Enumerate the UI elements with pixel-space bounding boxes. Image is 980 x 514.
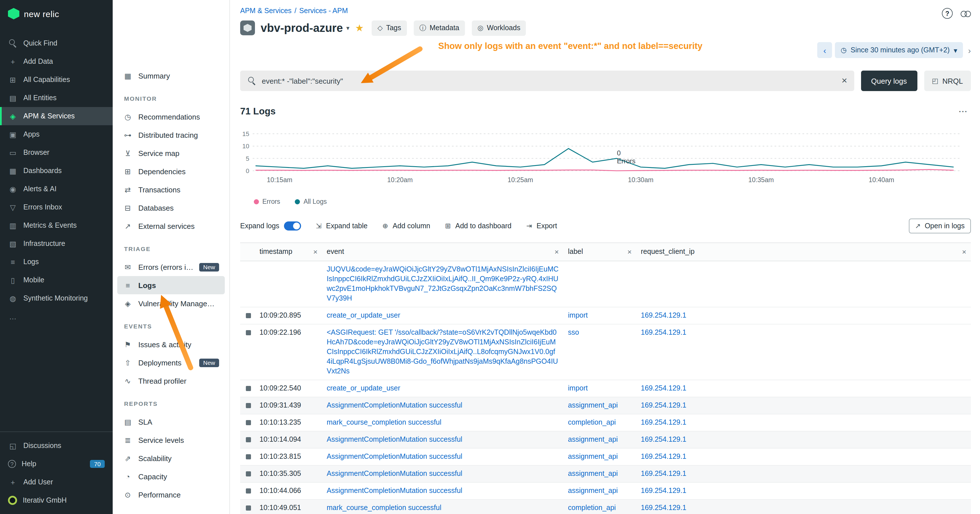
- label-link[interactable]: assignment_api: [568, 401, 618, 409]
- label-link[interactable]: sso: [568, 328, 579, 336]
- chevron-right-icon[interactable]: ›: [968, 45, 971, 55]
- label-link[interactable]: import: [568, 311, 588, 319]
- remove-column-icon[interactable]: ×: [555, 247, 559, 257]
- logs-search-box[interactable]: ×: [240, 71, 854, 91]
- event-link[interactable]: mark_course_completion successful: [327, 419, 441, 426]
- sidebar-item-all-capabilities[interactable]: ⊞All Capabilities: [0, 71, 113, 89]
- table-row[interactable]: JUQVU&code=eyJraWQiOiJjcGltY29yZV8wOTl1M…: [240, 261, 971, 307]
- ip-link[interactable]: 169.254.129.1: [641, 469, 686, 477]
- ip-link[interactable]: 169.254.129.1: [641, 419, 686, 426]
- copy-link-icon[interactable]: [961, 11, 971, 16]
- label-link[interactable]: completion_api: [568, 504, 616, 512]
- event-link[interactable]: mark_course_completion successful: [327, 504, 441, 512]
- sidebar-item-issues-activity[interactable]: ⚑Issues & activity: [117, 335, 225, 353]
- event-link[interactable]: create_or_update_user: [327, 311, 400, 319]
- log-row-handle-icon[interactable]: [245, 489, 251, 493]
- label-link[interactable]: import: [568, 384, 588, 392]
- table-row[interactable]: 10:09:22.540create_or_update_userimport1…: [240, 380, 971, 397]
- open-in-logs-button[interactable]: ↗Open in logs: [909, 219, 971, 233]
- sidebar-item-summary[interactable]: ▦Summary: [117, 67, 225, 85]
- log-row-handle-icon[interactable]: [245, 313, 251, 318]
- sidebar-item-help[interactable]: ?Help70: [0, 455, 113, 473]
- event-link[interactable]: AssignmentCompletionMutation successful: [327, 401, 462, 409]
- log-row-handle-icon[interactable]: [245, 420, 251, 425]
- ip-link[interactable]: 169.254.129.1: [641, 452, 686, 460]
- ip-link[interactable]: 169.254.129.1: [641, 384, 686, 392]
- label-link[interactable]: assignment_api: [568, 452, 618, 460]
- sidebar-item-infrastructure[interactable]: ▧Infrastructure: [0, 234, 113, 253]
- export-button[interactable]: ⇥Export: [526, 222, 557, 230]
- sidebar-item-mobile[interactable]: ▯Mobile: [0, 271, 113, 289]
- breadcrumb-page[interactable]: Services - APM: [299, 7, 348, 15]
- column-header-event[interactable]: event×: [322, 243, 563, 261]
- event-link[interactable]: AssignmentCompletionMutation successful: [327, 436, 462, 443]
- help-circle-icon[interactable]: ?: [942, 8, 953, 19]
- expand-logs-toggle[interactable]: [284, 221, 301, 231]
- new-relic-logo[interactable]: new relic: [0, 0, 113, 19]
- sidebar-item-iterativ-gmbh[interactable]: Iterativ GmbH: [0, 491, 113, 509]
- column-header-timestamp[interactable]: timestamp×: [255, 243, 322, 261]
- sidebar-item-performance[interactable]: ⊙Performance: [117, 485, 225, 504]
- event-link[interactable]: <ASGIRequest: GET '/sso/callback/?state=…: [327, 328, 558, 375]
- event-link[interactable]: AssignmentCompletionMutation successful: [327, 487, 462, 495]
- ip-link[interactable]: 169.254.129.1: [641, 436, 686, 443]
- time-back-button[interactable]: ‹: [817, 42, 832, 58]
- sidebar-item-transactions[interactable]: ⇄Transactions: [117, 180, 225, 199]
- sidebar-item-dashboards[interactable]: ▦Dashboards: [0, 162, 113, 180]
- breadcrumb-section[interactable]: APM & Services: [240, 7, 292, 15]
- sidebar-item-scalability[interactable]: ⇗Scalability: [117, 449, 225, 467]
- sidebar-item-apm-services[interactable]: ◈APM & Services: [0, 107, 113, 125]
- table-row[interactable]: 10:10:14.094AssignmentCompletionMutation…: [240, 431, 971, 449]
- legend-all-logs[interactable]: All Logs: [295, 198, 327, 205]
- remove-column-icon[interactable]: ×: [962, 247, 966, 257]
- remove-column-icon[interactable]: ×: [627, 247, 632, 257]
- entity-dropdown-chevron-icon[interactable]: ▾: [346, 24, 350, 32]
- sidebar-item-more[interactable]: …: [0, 307, 113, 326]
- legend-errors[interactable]: Errors: [254, 198, 280, 205]
- sidebar-item-service-map[interactable]: ⊻Service map: [117, 144, 225, 162]
- sidebar-item-discussions[interactable]: ◱Discussions: [0, 437, 113, 455]
- add-column-button[interactable]: ⊕Add column: [382, 222, 430, 230]
- sidebar-item-logs[interactable]: ≡Logs: [0, 253, 113, 271]
- table-row[interactable]: 10:10:44.066AssignmentCompletionMutation…: [240, 483, 971, 500]
- label-link[interactable]: completion_api: [568, 419, 616, 426]
- sidebar-item-apps[interactable]: ▣Apps: [0, 125, 113, 143]
- sidebar-item-synthetic-monitoring[interactable]: ◍Synthetic Monitoring: [0, 289, 113, 307]
- column-header-request_client_ip[interactable]: request_client_ip×: [636, 243, 971, 261]
- workloads-button[interactable]: ◎Workloads: [472, 20, 526, 36]
- sidebar-item-databases[interactable]: ⊟Databases: [117, 199, 225, 217]
- sidebar-item-add-user[interactable]: +Add User: [0, 473, 113, 491]
- sidebar-item-add-data[interactable]: +Add Data: [0, 53, 113, 71]
- sidebar-item-vulnerability-management[interactable]: ◈Vulnerability Management: [117, 294, 225, 312]
- event-link[interactable]: AssignmentCompletionMutation successful: [327, 469, 462, 477]
- sidebar-item-alerts-ai[interactable]: ◉Alerts & AI: [0, 180, 113, 198]
- ip-link[interactable]: 169.254.129.1: [641, 487, 686, 495]
- nrql-button[interactable]: ◰ NRQL: [924, 71, 971, 91]
- ip-link[interactable]: 169.254.129.1: [641, 401, 686, 409]
- remove-column-icon[interactable]: ×: [313, 247, 318, 257]
- label-link[interactable]: assignment_api: [568, 469, 618, 477]
- sidebar-item-thread-profiler[interactable]: ∿Thread profiler: [117, 372, 225, 390]
- table-row[interactable]: 10:09:22.196<ASGIRequest: GET '/sso/call…: [240, 325, 971, 380]
- table-row[interactable]: 10:09:20.895create_or_update_userimport1…: [240, 307, 971, 325]
- time-range-button[interactable]: ◷ Since 30 minutes ago (GMT+2) ▾: [835, 42, 963, 58]
- sidebar-item-browser[interactable]: ▭Browser: [0, 143, 113, 162]
- event-link[interactable]: JUQVU&code=eyJraWQiOiJjcGltY29yZV8wOTl1M…: [327, 265, 558, 302]
- log-row-handle-icon[interactable]: [245, 403, 251, 408]
- logs-query-input[interactable]: [262, 76, 836, 85]
- clear-query-icon[interactable]: ×: [842, 75, 847, 86]
- sidebar-item-service-levels[interactable]: ≣Service levels: [117, 431, 225, 449]
- table-row[interactable]: 10:10:13.235mark_course_completion succe…: [240, 414, 971, 431]
- add-to-dashboard-button[interactable]: ⊞Add to dashboard: [445, 222, 512, 230]
- ip-link[interactable]: 169.254.129.1: [641, 311, 686, 319]
- sidebar-item-errors-inbox[interactable]: ▽Errors Inbox: [0, 198, 113, 216]
- log-row-handle-icon[interactable]: [245, 506, 251, 511]
- event-link[interactable]: create_or_update_user: [327, 384, 400, 392]
- sidebar-item-logs[interactable]: ≡Logs: [117, 276, 225, 294]
- more-menu-icon[interactable]: ⋯: [958, 106, 967, 116]
- sidebar-item-capacity[interactable]: ◔Capacity: [117, 467, 225, 485]
- label-link[interactable]: assignment_api: [568, 487, 618, 495]
- log-row-handle-icon[interactable]: [245, 471, 251, 476]
- table-row[interactable]: 10:09:31.439AssignmentCompletionMutation…: [240, 397, 971, 414]
- ip-link[interactable]: 169.254.129.1: [641, 328, 686, 336]
